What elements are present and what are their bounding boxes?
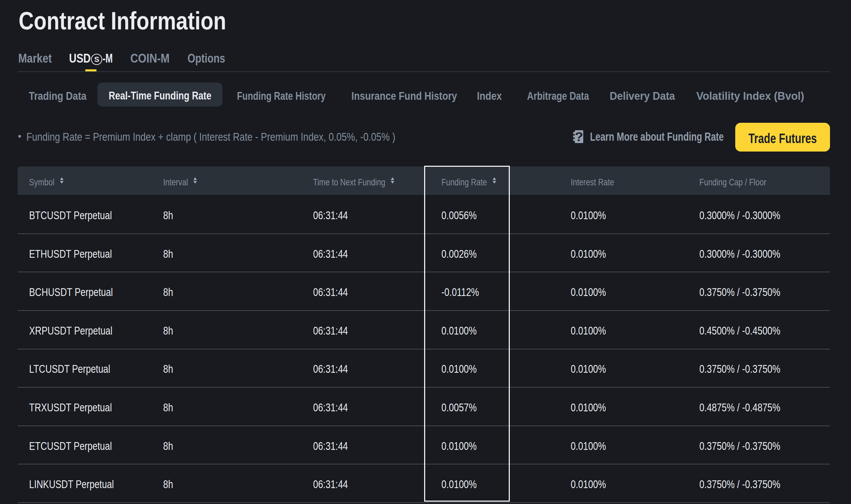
svg-text:?: ? bbox=[575, 130, 583, 143]
